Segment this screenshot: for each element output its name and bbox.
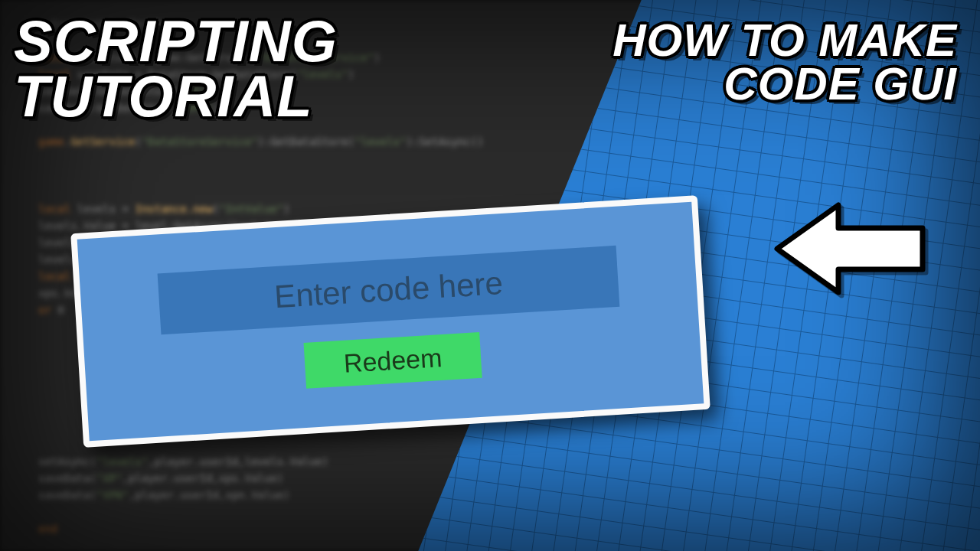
title-left-line2: TUTORIAL (14, 69, 338, 124)
title-left-line1: SCRIPTING (14, 14, 338, 69)
title-right: HOW TO MAKE CODE GUI (612, 18, 957, 106)
title-right-line1: HOW TO MAKE (612, 18, 957, 62)
redeem-button[interactable]: Redeem (303, 332, 482, 389)
svg-marker-0 (777, 205, 923, 292)
title-left: SCRIPTING TUTORIAL (14, 14, 338, 124)
arrow-left-icon (773, 199, 926, 298)
code-gui-panel: Redeem (70, 195, 710, 448)
code-input[interactable] (158, 246, 620, 334)
title-right-line2: CODE GUI (612, 62, 957, 106)
